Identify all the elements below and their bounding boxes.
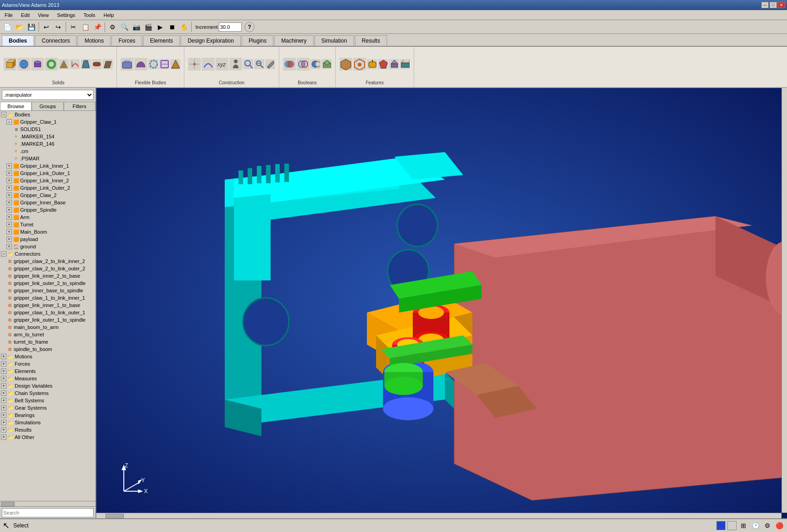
tab-machinery[interactable]: Machinery xyxy=(274,35,313,46)
save-button[interactable]: 💾 xyxy=(26,22,37,33)
tree-item-c8[interactable]: ⚙ gripper_claw_1_to_link_outer_1 xyxy=(0,309,95,316)
ribbon-icon-bool4[interactable] xyxy=(321,59,332,69)
hand-button[interactable]: ✋ xyxy=(178,22,189,33)
expander-results[interactable]: + xyxy=(1,427,6,433)
left-panel-hscrollbar[interactable] xyxy=(0,501,95,506)
ribbon-icon-search[interactable] xyxy=(243,59,253,69)
tree-item-marker146[interactable]: ✳ .MARKER_146 xyxy=(0,140,95,148)
tree-item-gripper-link-inner-1[interactable]: + 🟧 Gripper_Link_Inner_1 xyxy=(0,162,95,170)
expander-forces[interactable]: + xyxy=(1,361,6,367)
panel-tab-browse[interactable]: Browse xyxy=(0,102,32,110)
tree-item-gripper-link-outer-1[interactable]: + 🟧 Gripper_Link_Outer_1 xyxy=(0,170,95,177)
tree-item-solid51[interactable]: ◼ SOLID51 xyxy=(0,126,95,133)
menu-help[interactable]: Help xyxy=(100,11,118,19)
expander-dv[interactable]: + xyxy=(1,383,6,389)
play-button[interactable]: ▶ xyxy=(155,22,166,33)
copy-button[interactable]: 📋 xyxy=(80,22,91,33)
vertical-scrollbar[interactable] xyxy=(781,88,787,513)
hscroll-thumb[interactable] xyxy=(105,514,124,518)
tab-design-exploration[interactable]: Design Exploration xyxy=(181,35,241,46)
expander-gear[interactable]: + xyxy=(1,405,6,411)
delete-button[interactable]: ✂ xyxy=(68,22,79,33)
expander-gripper-claw-1[interactable]: − xyxy=(6,119,12,125)
tree-item-turret[interactable]: + 🟧 Turret xyxy=(0,221,95,228)
ribbon-icon-link[interactable] xyxy=(92,59,102,69)
ribbon-icon-xyz[interactable]: xyz xyxy=(216,58,228,71)
ribbon-icon-box[interactable] xyxy=(4,58,17,71)
expander-bodies[interactable]: − xyxy=(1,112,6,117)
expander-arm[interactable]: + xyxy=(6,214,12,220)
ribbon-icon-flex4[interactable] xyxy=(159,59,169,69)
expander-chain[interactable]: + xyxy=(1,390,6,396)
tree-item-gripper-claw-2[interactable]: + 🟧 Gripper_Claw_2 xyxy=(0,192,95,199)
title-bar-controls[interactable]: — □ ✕ xyxy=(761,2,785,8)
menu-tools[interactable]: Tools xyxy=(80,11,99,19)
tab-elements[interactable]: Elements xyxy=(143,35,180,46)
ribbon-icon-feat5[interactable] xyxy=(389,59,399,69)
open-button[interactable]: 📂 xyxy=(14,22,25,33)
tree-area[interactable]: − 📁 Bodies − 🟧 Gripper_Claw_1 ◼ SOLID51 xyxy=(0,111,95,501)
maximize-button[interactable]: □ xyxy=(770,2,777,8)
redo-button[interactable]: ↪ xyxy=(53,22,64,33)
expander-simulations[interactable]: + xyxy=(1,420,6,425)
expander-turret[interactable]: + xyxy=(6,222,12,227)
tree-item-c9[interactable]: ⚙ gripper_link_outer_1_to_spindle xyxy=(0,316,95,324)
expander-glo1[interactable]: + xyxy=(6,170,12,176)
ribbon-icon-extrude[interactable] xyxy=(59,59,69,69)
expander-gli2[interactable]: + xyxy=(6,178,12,183)
tree-item-results[interactable]: + 📁 Results xyxy=(0,426,95,433)
tab-bodies[interactable]: Bodies xyxy=(2,35,34,46)
tree-item-gripper-inner-base[interactable]: + 🟧 Gripper_Inner_Base xyxy=(0,199,95,206)
tree-item-elements[interactable]: + 📁 Elements xyxy=(0,367,95,375)
expander-connectors[interactable]: − xyxy=(1,251,6,257)
expander-gs[interactable]: + xyxy=(6,207,12,213)
tree-item-ground[interactable]: + 🏠 ground xyxy=(0,243,95,250)
tree-item-gripper-link-outer-2[interactable]: + 🟧 Gripper_Link_Outer_2 xyxy=(0,184,95,192)
ribbon-icon-feat4[interactable] xyxy=(378,59,388,69)
menu-edit[interactable]: Edit xyxy=(17,11,33,19)
paste-button[interactable]: 📌 xyxy=(92,22,103,33)
tree-item-chain-systems[interactable]: + 📁 Chain Systems xyxy=(0,389,95,397)
tree-item-bearings[interactable]: + 📁 Bearings xyxy=(0,411,95,419)
ribbon-icon-revolve[interactable] xyxy=(70,59,80,69)
help-button[interactable]: ? xyxy=(244,22,255,32)
ribbon-icon-flex1[interactable] xyxy=(121,58,133,71)
ribbon-icon-sphere[interactable] xyxy=(17,58,30,71)
search-input[interactable] xyxy=(2,508,94,517)
left-panel-hscroll-thumb[interactable] xyxy=(1,502,15,506)
ribbon-icon-frustum[interactable] xyxy=(81,59,91,69)
tree-item-measures[interactable]: + 📁 Measures xyxy=(0,375,95,382)
tree-item-c11[interactable]: ⚙ arm_to_turret xyxy=(0,331,95,338)
ribbon-icon-cylinder[interactable] xyxy=(31,58,44,71)
expander-motions[interactable]: + xyxy=(1,354,6,359)
tab-plugins[interactable]: Plugins xyxy=(242,35,273,46)
tree-item-payload[interactable]: + 🟧 payload xyxy=(0,236,95,243)
tree-item-c2[interactable]: ⚙ gripper_claw_2_to_link_outer_2 xyxy=(0,265,95,272)
ribbon-icon-flex3[interactable] xyxy=(148,59,158,69)
tree-item-main-boom[interactable]: + 🟧 Main_Boom xyxy=(0,228,95,236)
tree-item-design-variables[interactable]: + 📁 Design Variables xyxy=(0,382,95,389)
tree-item-c6[interactable]: ⚙ gripper_claw_1_to_link_inner_1 xyxy=(0,294,95,302)
tab-motions[interactable]: Motions xyxy=(78,35,111,46)
viewport-3d[interactable]: Z Y X xyxy=(96,88,787,518)
tree-item-c7[interactable]: ⚙ gripper_link_inner_1_to_base xyxy=(0,302,95,309)
tree-item-gripper-spindle[interactable]: + 🟧 Gripper_Spindle xyxy=(0,206,95,214)
expander-elements[interactable]: + xyxy=(1,368,6,374)
horizontal-scrollbar[interactable] xyxy=(96,513,781,518)
tab-forces[interactable]: Forces xyxy=(111,35,142,46)
tree-item-bodies[interactable]: − 📁 Bodies xyxy=(0,111,95,118)
panel-tab-filters[interactable]: Filters xyxy=(64,102,95,110)
tree-item-psmar[interactable]: ✳ .PSMAR xyxy=(0,155,95,162)
menu-view[interactable]: View xyxy=(34,11,53,19)
tree-item-c3[interactable]: ⚙ gripper_link_inner_2_to_base xyxy=(0,272,95,280)
tree-item-c1[interactable]: ⚙ gripper_claw_2_to_link_inner_2 xyxy=(0,258,95,265)
stop-button[interactable]: ⏹ xyxy=(166,22,177,33)
model-select-dropdown[interactable]: .manipulator xyxy=(2,90,94,100)
tab-connectors[interactable]: Connectors xyxy=(35,35,77,46)
ribbon-icon-feat2[interactable] xyxy=(353,58,366,71)
tab-results[interactable]: Results xyxy=(355,35,387,46)
tree-item-simulations[interactable]: + 📁 Simulations xyxy=(0,419,95,426)
tree-item-all-other[interactable]: + 📁 All Other xyxy=(0,433,95,441)
expander-payload[interactable]: + xyxy=(6,236,12,242)
increment-input[interactable] xyxy=(219,22,242,32)
